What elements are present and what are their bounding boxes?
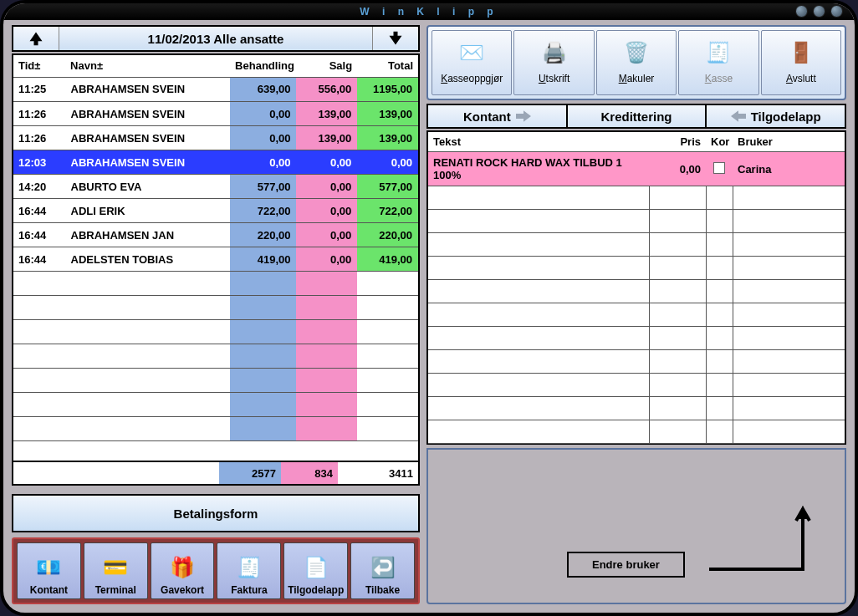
line-item-row[interactable]	[428, 327, 845, 350]
table-row[interactable]	[13, 369, 418, 393]
payment-type-tabs: Kontant Kredittering Tilgodelapp	[426, 104, 846, 129]
faktura-button[interactable]: 🧾Faktura	[217, 542, 281, 599]
tilbake-label: Tilbake	[365, 584, 400, 596]
kontant-button[interactable]: 💶Kontant	[17, 542, 81, 599]
line-item-row[interactable]	[428, 397, 845, 420]
table-row[interactable]: 16:44ADELSTEN TOBIAS419,000,00419,00	[13, 247, 418, 272]
tab-kredittering-label: Kredittering	[601, 109, 672, 124]
terminal-label: Terminal	[95, 584, 136, 596]
tab-kredittering[interactable]: Kredittering	[566, 105, 706, 127]
annotation-area: Endre bruker	[426, 448, 846, 604]
col-navn[interactable]: Navn±	[65, 55, 230, 77]
kasseoppgjor-label: Kasseoppgjør	[441, 73, 503, 84]
cell-tid: 16:44	[13, 247, 65, 272]
annotation-arrow-icon	[709, 499, 813, 573]
col-salg[interactable]: Salg	[296, 55, 357, 77]
utskrift-button[interactable]: 🖨️Utskrift	[513, 30, 594, 95]
col-behandling[interactable]: Behandling	[230, 55, 296, 77]
kasse-label: Kasse	[705, 73, 733, 84]
cell-behandling: 0,00	[230, 102, 296, 126]
cell-salg: 139,00	[296, 126, 357, 150]
table-row[interactable]	[13, 272, 418, 296]
terminal-icon: 💳	[103, 552, 128, 583]
col-bruker[interactable]: Bruker	[733, 132, 845, 152]
line-item-row[interactable]	[428, 303, 845, 327]
cell-tid: 16:44	[13, 199, 65, 223]
cell-behandling: 722,00	[230, 199, 296, 223]
makuler-icon: 🗑️	[624, 41, 649, 64]
cell-tid: 11:25	[13, 78, 65, 102]
arrow-up-icon	[28, 30, 44, 47]
table-row[interactable]	[13, 344, 418, 369]
cell-salg: 0,00	[296, 199, 357, 223]
line-item-row[interactable]	[428, 257, 845, 280]
cell-navn: ABRAHAMSEN SVEIN	[65, 126, 230, 150]
kontant-label: Kontant	[30, 584, 68, 596]
minimize-button[interactable]	[795, 5, 808, 18]
line-item-row[interactable]	[428, 210, 845, 233]
app-window: W i n K l i p p 11/02/2013 Alle ansatte	[0, 0, 858, 616]
cell-tid: 16:44	[13, 223, 65, 247]
cell-salg: 0,00	[296, 175, 357, 199]
tab-kontant[interactable]: Kontant	[428, 105, 566, 127]
line-item-row[interactable]	[428, 186, 845, 210]
table-row[interactable]: 14:20ABURTO EVA577,000,00577,00	[13, 175, 418, 199]
cell-navn: ABRAHAMSEN SVEIN	[65, 78, 230, 102]
total-behandling: 2577	[219, 462, 281, 484]
maximize-button[interactable]	[813, 5, 825, 18]
cell-total: 722,00	[357, 199, 418, 223]
cell-salg: 0,00	[296, 150, 357, 175]
tilgode-button[interactable]: 📄Tilgodelapp	[283, 542, 348, 599]
app-title: W i n K l i p p	[360, 6, 498, 18]
table-row[interactable]: 11:26ABRAHAMSEN SVEIN0,00139,00139,00	[13, 102, 418, 126]
table-row[interactable]: 12:03ABRAHAMSEN SVEIN0,000,000,00	[13, 150, 418, 175]
appointments-header: Tid± Navn± Behandling Salg Total	[13, 55, 418, 77]
table-row[interactable]	[13, 417, 418, 441]
line-item-row[interactable]	[428, 350, 845, 374]
title-bar-buttons	[795, 5, 843, 18]
kasseoppgjor-button[interactable]: ✉️Kasseoppgjør	[432, 30, 512, 95]
gavekort-icon: 🎁	[170, 552, 195, 583]
col-tekst[interactable]: Tekst	[428, 132, 649, 152]
prev-day-button[interactable]	[13, 27, 59, 50]
gavekort-button[interactable]: 🎁Gavekort	[151, 542, 215, 599]
cell-bruker: Carina	[733, 152, 845, 186]
cell-total: 1195,00	[357, 78, 418, 102]
cell-pris: 0,00	[649, 152, 706, 186]
payment-buttons-bar: 💶Kontant💳Terminal🎁Gavekort🧾Faktura📄Tilgo…	[12, 537, 420, 604]
tilgode-label: Tilgodelapp	[288, 584, 344, 596]
col-tid[interactable]: Tid±	[13, 55, 65, 77]
col-pris[interactable]: Pris	[649, 132, 706, 152]
table-row[interactable]: 11:25ABRAHAMSEN SVEIN639,00556,001195,00	[13, 78, 418, 102]
table-row[interactable]	[13, 320, 418, 344]
makuler-button[interactable]: 🗑️Makuler	[596, 30, 677, 95]
cell-total: 419,00	[357, 247, 418, 272]
close-button[interactable]	[830, 5, 843, 18]
next-day-button[interactable]	[373, 27, 418, 50]
gavekort-label: Gavekort	[161, 584, 204, 596]
col-total[interactable]: Total	[357, 55, 418, 77]
tilbake-button[interactable]: ↩️Tilbake	[350, 542, 415, 599]
date-title: 11/02/2013 Alle ansatte	[59, 27, 373, 50]
arrow-left-icon	[731, 110, 746, 122]
line-item-row[interactable]	[428, 280, 845, 303]
cell-navn: ABRAHAMSEN SVEIN	[65, 150, 230, 175]
line-item-row[interactable]: RENATI ROCK HARD WAX TILBUD 1 100%0,00Ca…	[428, 152, 845, 186]
line-item-row[interactable]	[428, 374, 845, 397]
table-row[interactable]	[13, 393, 418, 417]
checkbox-icon[interactable]	[713, 162, 725, 174]
appointments-scroll[interactable]: 11:25ABRAHAMSEN SVEIN639,00556,001195,00…	[13, 78, 418, 461]
line-item-row[interactable]	[428, 233, 845, 257]
table-row[interactable]	[13, 296, 418, 320]
cell-navn: ABRAHAMSEN JAN	[65, 223, 230, 247]
table-row[interactable]: 16:44ABRAHAMSEN JAN220,000,00220,00	[13, 223, 418, 247]
cell-kor[interactable]	[706, 152, 733, 186]
table-row[interactable]: 11:26ABRAHAMSEN SVEIN0,00139,00139,00	[13, 126, 418, 150]
tab-tilgodelapp[interactable]: Tilgodelapp	[705, 105, 845, 127]
avslutt-button[interactable]: 🚪Avslutt	[761, 30, 841, 95]
total-salg: 834	[281, 462, 338, 484]
line-item-row[interactable]	[428, 420, 845, 444]
terminal-button[interactable]: 💳Terminal	[84, 542, 148, 599]
col-kor[interactable]: Kor	[706, 132, 733, 152]
table-row[interactable]: 16:44ADLI ERIK722,000,00722,00	[13, 199, 418, 223]
